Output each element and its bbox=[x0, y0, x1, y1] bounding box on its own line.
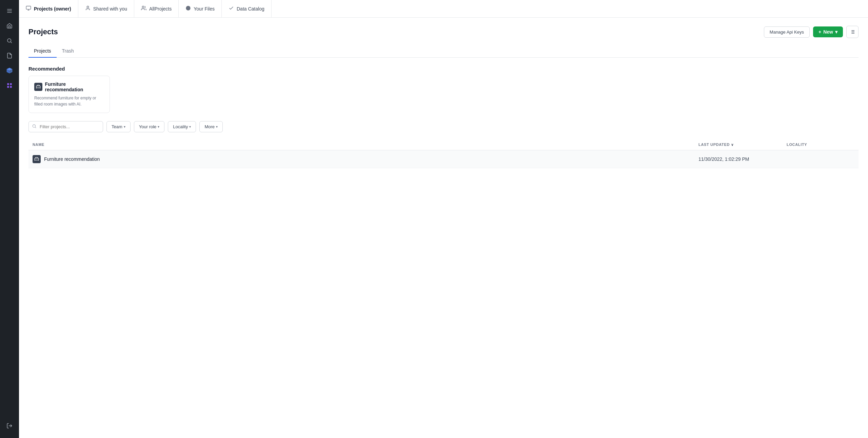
svg-point-14 bbox=[142, 6, 144, 8]
rec-card-title: Furniture recommendation bbox=[45, 81, 104, 92]
svg-rect-22 bbox=[36, 86, 40, 88]
topnav-label-shared-with-you: Shared with you bbox=[93, 6, 127, 12]
project-row-last-updated: 11/30/2022, 1:02:29 PM bbox=[698, 156, 787, 162]
topnav-item-all-projects[interactable]: AllProjects bbox=[134, 0, 179, 17]
page-header: Projects Manage Api Keys + New ▾ bbox=[28, 26, 859, 38]
svg-point-3 bbox=[7, 39, 11, 42]
topnav-label-projects-owner: Projects (owner) bbox=[34, 6, 71, 12]
shared-with-you-icon bbox=[85, 5, 91, 12]
header-actions: Manage Api Keys + New ▾ bbox=[764, 26, 859, 38]
filters-bar: Team ▾ Your role ▾ Locality ▾ More ▾ bbox=[28, 121, 859, 132]
svg-rect-27 bbox=[35, 158, 39, 160]
recommendation-card-furniture[interactable]: Furniture recommendation Recommend furni… bbox=[28, 76, 110, 113]
topnav-item-your-files[interactable]: Your Files bbox=[179, 0, 222, 17]
new-button-label: New bbox=[823, 29, 833, 35]
filter-more-button[interactable]: More ▾ bbox=[199, 121, 223, 132]
filter-more-chevron: ▾ bbox=[216, 125, 218, 129]
svg-line-4 bbox=[11, 42, 12, 43]
topnav-item-projects-owner[interactable]: Projects (owner) bbox=[19, 0, 78, 17]
your-files-icon bbox=[185, 5, 191, 12]
project-row-icon bbox=[33, 155, 41, 163]
topnav-label-your-files: Your Files bbox=[194, 6, 215, 12]
svg-point-25 bbox=[33, 125, 35, 127]
filter-projects-input[interactable] bbox=[28, 121, 103, 132]
all-projects-icon bbox=[141, 5, 146, 12]
table-row[interactable]: Furniture recommendation 11/30/2022, 1:0… bbox=[28, 150, 859, 168]
filter-your-role-label: Your role bbox=[139, 124, 157, 129]
topnav-item-data-catalog[interactable]: Data Catalog bbox=[222, 0, 272, 17]
sidebar-item-search[interactable] bbox=[3, 34, 16, 47]
filter-input-wrap bbox=[28, 121, 103, 132]
list-view-button[interactable] bbox=[846, 26, 859, 38]
page-title: Projects bbox=[28, 27, 58, 36]
projects-owner-icon bbox=[26, 5, 31, 12]
topnav-label-all-projects: AllProjects bbox=[149, 6, 172, 12]
svg-rect-6 bbox=[10, 83, 12, 85]
new-button[interactable]: + New ▾ bbox=[813, 26, 843, 37]
tab-projects[interactable]: Projects bbox=[28, 45, 57, 58]
new-button-dropdown-icon: ▾ bbox=[835, 29, 837, 35]
filter-more-label: More bbox=[204, 124, 215, 129]
sidebar-item-apps[interactable] bbox=[3, 79, 16, 92]
sidebar bbox=[0, 0, 19, 438]
topnav-label-data-catalog: Data Catalog bbox=[237, 6, 264, 12]
svg-point-15 bbox=[186, 6, 191, 10]
project-row-name: Furniture recommendation bbox=[44, 156, 100, 162]
rec-card-description: Recommend furniture for empty or filled … bbox=[34, 95, 104, 107]
search-icon bbox=[32, 124, 37, 130]
content-area: Projects Manage Api Keys + New ▾ Project… bbox=[19, 18, 868, 438]
projects-table: NAME LAST UPDATED ∨ LOCALITY Furniture r… bbox=[28, 139, 859, 168]
topnav: Projects (owner) Shared with you AllProj… bbox=[19, 0, 868, 18]
filter-team-chevron: ▾ bbox=[124, 125, 125, 129]
col-locality-header: LOCALITY bbox=[787, 142, 854, 147]
topnav-item-shared-with-you[interactable]: Shared with you bbox=[78, 0, 134, 17]
filter-locality-label: Locality bbox=[173, 124, 188, 129]
filter-locality-button[interactable]: Locality ▾ bbox=[168, 121, 196, 132]
sidebar-item-cube[interactable] bbox=[3, 64, 16, 77]
filter-your-role-chevron: ▾ bbox=[158, 125, 159, 129]
col-name-header: NAME bbox=[33, 142, 698, 147]
svg-rect-8 bbox=[10, 86, 12, 88]
sidebar-item-logout[interactable] bbox=[3, 419, 16, 433]
tab-trash[interactable]: Trash bbox=[57, 45, 79, 58]
sort-arrow-icon: ∨ bbox=[731, 143, 734, 147]
svg-point-13 bbox=[87, 6, 88, 8]
rec-card-icon bbox=[34, 83, 42, 91]
svg-rect-7 bbox=[7, 86, 9, 88]
sidebar-item-menu[interactable] bbox=[3, 4, 16, 18]
sidebar-bottom bbox=[3, 419, 16, 434]
sidebar-item-document[interactable] bbox=[3, 49, 16, 62]
svg-rect-10 bbox=[26, 6, 31, 9]
new-button-plus-icon: + bbox=[818, 29, 821, 35]
filter-team-button[interactable]: Team ▾ bbox=[106, 121, 131, 132]
filter-your-role-button[interactable]: Your role ▾ bbox=[134, 121, 165, 132]
data-catalog-icon bbox=[229, 5, 234, 12]
rec-card-header: Furniture recommendation bbox=[34, 81, 104, 92]
main-area: Projects (owner) Shared with you AllProj… bbox=[19, 0, 868, 438]
col-last-updated-header[interactable]: LAST UPDATED ∨ bbox=[698, 142, 787, 147]
filter-locality-chevron: ▾ bbox=[189, 125, 191, 129]
svg-rect-5 bbox=[7, 83, 9, 85]
filter-team-label: Team bbox=[112, 124, 122, 129]
row-name-cell: Furniture recommendation bbox=[33, 155, 698, 163]
sidebar-item-home[interactable] bbox=[3, 19, 16, 33]
table-header: NAME LAST UPDATED ∨ LOCALITY bbox=[28, 139, 859, 150]
svg-line-26 bbox=[35, 127, 36, 128]
manage-api-keys-button[interactable]: Manage Api Keys bbox=[764, 26, 810, 38]
tabs: Projects Trash bbox=[28, 45, 859, 58]
recommended-section-title: Recommended bbox=[28, 66, 859, 72]
